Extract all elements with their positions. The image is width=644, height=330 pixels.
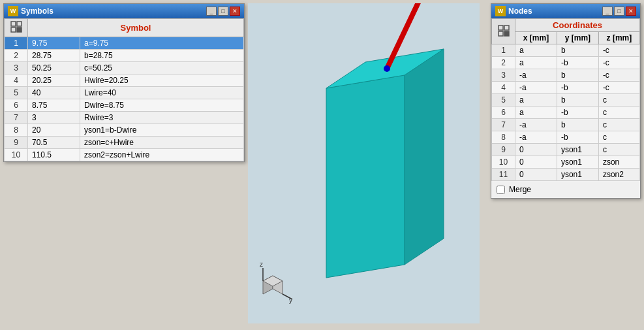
row-number: 9: [492, 144, 515, 156]
symbols-table: Symbol 1 9.75 a=9.75 2 28.75 b=28.75 3 5…: [4, 18, 244, 161]
row-number: 2: [492, 57, 515, 69]
row-number: 6: [5, 99, 28, 112]
row-number: 9: [5, 137, 28, 149]
nodes-content: Coordinates x [mm] y [mm] z [mm] 1 a b -…: [491, 18, 640, 198]
coord-y: b: [557, 119, 598, 131]
svg-marker-5: [405, 49, 444, 265]
row-number: 11: [492, 169, 515, 181]
coord-y: b: [557, 44, 598, 57]
table-row[interactable]: 5 40 Lwire=40: [5, 87, 244, 99]
row-number: 3: [5, 62, 28, 74]
table-row[interactable]: 6 8.75 Dwire=8.75: [5, 99, 244, 112]
row-symbol: b=28.75: [80, 50, 244, 62]
table-row[interactable]: 2 a -b -c: [492, 57, 640, 69]
col-x-header: x [mm]: [515, 32, 557, 44]
nodes-app-icon: W: [495, 6, 506, 16]
coord-z: -c: [598, 44, 639, 57]
row-value: 9.75: [28, 37, 80, 50]
symbols-window-controls: _ □ ✕: [206, 7, 240, 16]
table-row[interactable]: 8 20 yson1=b-Dwire: [5, 124, 244, 137]
row-symbol: c=50.25: [80, 62, 244, 74]
table-row[interactable]: 7 3 Rwire=3: [5, 112, 244, 124]
table-row[interactable]: 4 -a -b -c: [492, 82, 640, 94]
symbols-titlebar: W Symbols _ □ ✕: [4, 4, 244, 18]
grid-icon-nodes: [497, 24, 510, 37]
row-value: 8.75: [28, 99, 80, 112]
svg-rect-2: [11, 27, 16, 32]
coord-x: 0: [515, 156, 557, 169]
table-row[interactable]: 4 20.25 Hwire=20.25: [5, 74, 244, 87]
coord-z: zson: [598, 156, 639, 169]
table-row[interactable]: 5 a b c: [492, 94, 640, 107]
svg-text:y: y: [289, 297, 292, 304]
coord-z: zson2: [598, 169, 639, 181]
coord-z: c: [598, 131, 639, 144]
svg-point-8: [384, 65, 390, 72]
table-row[interactable]: 8 -a -b c: [492, 131, 640, 144]
table-row[interactable]: 2 28.75 b=28.75: [5, 50, 244, 62]
table-row[interactable]: 7 -a b c: [492, 119, 640, 131]
row-number: 4: [5, 74, 28, 87]
coord-z: c: [598, 94, 639, 107]
table-row[interactable]: 10 110.5 zson2=zson+Lwire: [5, 149, 244, 161]
svg-rect-18: [498, 31, 503, 36]
table-row[interactable]: 9 70.5 zson=c+Hwire: [5, 137, 244, 149]
row-value: 20.25: [28, 74, 80, 87]
svg-rect-19: [504, 31, 509, 36]
nodes-icon-header: [492, 19, 515, 44]
symbols-maximize-button[interactable]: □: [218, 7, 228, 16]
row-value: 70.5: [28, 137, 80, 149]
row-number: 8: [492, 131, 515, 144]
table-row[interactable]: 1 9.75 a=9.75: [5, 37, 244, 50]
svg-rect-17: [504, 25, 509, 30]
axis-svg: z y: [253, 261, 296, 304]
row-symbol: Rwire=3: [80, 112, 244, 124]
nodes-title: Nodes: [508, 7, 532, 16]
row-symbol: Lwire=40: [80, 87, 244, 99]
coord-x: -a: [515, 119, 557, 131]
svg-rect-0: [11, 22, 16, 26]
row-number: 1: [492, 44, 515, 57]
row-symbol: Hwire=20.25: [80, 74, 244, 87]
nodes-window: W Nodes _ □ ✕ Co: [491, 3, 641, 199]
nodes-maximize-button[interactable]: □: [614, 7, 624, 16]
row-number: 10: [492, 156, 515, 169]
row-symbol: zson2=zson+Lwire: [80, 149, 244, 161]
coord-y: -b: [557, 57, 598, 69]
coord-y: yson1: [557, 169, 598, 181]
nodes-close-button[interactable]: ✕: [626, 7, 636, 16]
coord-x: a: [515, 44, 557, 57]
coord-y: b: [557, 69, 598, 82]
table-row[interactable]: 3 -a b -c: [492, 69, 640, 82]
symbols-title: Symbols: [21, 7, 54, 16]
row-number: 7: [5, 112, 28, 124]
row-symbol: a=9.75: [80, 37, 244, 50]
row-symbol: yson1=b-Dwire: [80, 124, 244, 137]
axis-indicator: z y: [253, 261, 296, 304]
col-z-header: z [mm]: [598, 32, 639, 44]
table-row[interactable]: 6 a -b c: [492, 107, 640, 119]
table-row[interactable]: 10 0 yson1 zson: [492, 156, 640, 169]
row-number: 4: [492, 82, 515, 94]
coord-x: -a: [515, 69, 557, 82]
svg-rect-16: [498, 25, 503, 30]
coord-x: a: [515, 107, 557, 119]
svg-text:z: z: [260, 261, 263, 268]
row-number: 5: [492, 94, 515, 107]
symbols-close-button[interactable]: ✕: [230, 7, 240, 16]
table-row[interactable]: 9 0 yson1 c: [492, 144, 640, 156]
symbols-icon-header: [5, 19, 28, 37]
viewport: z y: [248, 3, 480, 323]
table-row[interactable]: 11 0 yson1 zson2: [492, 169, 640, 181]
table-row[interactable]: 3 50.25 c=50.25: [5, 62, 244, 74]
symbols-header-label: Symbol: [28, 19, 244, 37]
nodes-minimize-button[interactable]: _: [602, 7, 613, 16]
row-value: 50.25: [28, 62, 80, 74]
symbols-window: W Symbols _ □ ✕: [3, 3, 245, 162]
table-row[interactable]: 1 a b -c: [492, 44, 640, 57]
merge-checkbox[interactable]: [497, 186, 505, 194]
coordinates-header: Coordinates: [515, 19, 640, 32]
symbols-minimize-button[interactable]: _: [206, 7, 217, 16]
row-value: 110.5: [28, 149, 80, 161]
row-value: 40: [28, 87, 80, 99]
